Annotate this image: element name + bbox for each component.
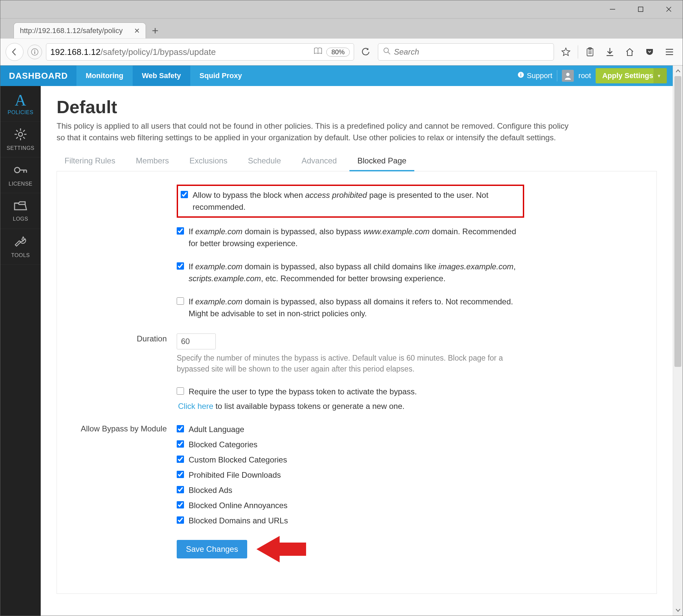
opt-allow-bypass-text: Allow to bypass the block when access pr… (193, 189, 517, 213)
info-icon: i (517, 71, 524, 80)
nav-web-safety[interactable]: Web Safety (133, 66, 190, 86)
new-tab-button[interactable]: + (147, 22, 163, 38)
svg-point-21 (566, 73, 570, 76)
tab-exclusions[interactable]: Exclusions (182, 152, 235, 171)
checkbox-bypass-children[interactable] (177, 262, 184, 270)
svg-line-28 (23, 137, 25, 139)
tab-schedule[interactable]: Schedule (240, 152, 289, 171)
module-label: Adult Language (189, 423, 524, 435)
header-divider (557, 70, 557, 81)
wrench-icon (14, 235, 27, 251)
tab-advanced[interactable]: Advanced (294, 152, 345, 171)
module-label: Blocked Ads (189, 484, 524, 496)
username[interactable]: root (578, 71, 591, 80)
checkbox-bypass-referred[interactable] (177, 298, 184, 305)
settings-panel: Allow to bypass the block when access pr… (57, 171, 657, 594)
page-viewport: DASHBOARD Monitoring Web Safety Squid Pr… (0, 66, 683, 616)
window-minimize-button[interactable] (598, 0, 626, 18)
support-link[interactable]: i Support (517, 71, 552, 80)
checkbox-module-adult[interactable] (177, 425, 184, 433)
sidebar-label: TOOLS (11, 252, 30, 258)
nav-monitoring[interactable]: Monitoring (77, 66, 133, 86)
opt-bypass-children-text: If example.com domain is bypassed, also … (189, 261, 524, 285)
checkbox-module-domains[interactable] (177, 516, 184, 524)
browser-back-button[interactable] (6, 43, 23, 61)
vertical-sidebar: A POLICIES SETTINGS LICENSE (0, 86, 41, 616)
svg-point-31 (15, 168, 20, 173)
downloads-button[interactable] (602, 44, 618, 60)
sidebar-item-logs[interactable]: LOGS (0, 193, 41, 229)
sidebar-item-settings[interactable]: SETTINGS (0, 122, 41, 157)
apply-settings-button[interactable]: Apply Settings ▾ (596, 68, 667, 83)
bookmark-star-button[interactable] (558, 44, 574, 60)
url-field[interactable]: 192.168.1.12/safety/policy/1/bypass/upda… (46, 43, 354, 61)
folder-icon (13, 200, 28, 215)
browser-tab-title: http://192.168.1.12/safety/policy (20, 26, 133, 35)
label-bypass-module: Allow Bypass by Module (75, 423, 177, 433)
menu-button[interactable] (661, 44, 677, 60)
policies-icon: A (15, 92, 26, 108)
scroll-down-icon[interactable] (673, 605, 683, 616)
svg-point-5 (35, 50, 36, 51)
search-input[interactable] (394, 47, 549, 57)
svg-rect-1 (638, 7, 643, 12)
toolbar-divider (578, 45, 578, 59)
attention-arrow-icon (256, 536, 306, 563)
browser-reload-button[interactable] (358, 44, 374, 60)
checkbox-module-ads[interactable] (177, 486, 184, 493)
sidebar-item-policies[interactable]: A POLICIES (0, 86, 41, 122)
window-close-button[interactable] (655, 0, 683, 18)
reader-mode-icon[interactable] (314, 47, 322, 57)
checkbox-module-annoyances[interactable] (177, 501, 184, 508)
sidebar-item-license[interactable]: LICENSE (0, 157, 41, 193)
opt-bypass-www-text: If example.com domain is bypassed, also … (189, 226, 524, 249)
svg-line-27 (16, 130, 18, 132)
duration-input[interactable] (177, 333, 216, 349)
browser-tab[interactable]: http://192.168.1.12/safety/policy × (14, 22, 146, 38)
page-title: Default (57, 96, 657, 117)
policy-tabs: Filtering Rules Members Exclusions Sched… (57, 152, 657, 171)
checkbox-module-blocked-cats[interactable] (177, 440, 184, 447)
nav-squid-proxy[interactable]: Squid Proxy (190, 66, 251, 86)
checkbox-module-custom-cats[interactable] (177, 456, 184, 463)
svg-point-8 (384, 48, 388, 52)
checkbox-allow-bypass[interactable] (181, 191, 188, 198)
window-maximize-button[interactable] (626, 0, 655, 18)
highlight-box: Allow to bypass the block when access pr… (177, 184, 524, 218)
module-label: Prohibited File Downloads (189, 469, 524, 481)
tokens-rest: to list available bypass tokens or gener… (213, 402, 405, 411)
site-info-button[interactable] (27, 45, 42, 59)
page-scrollbar[interactable] (673, 66, 683, 616)
module-label: Blocked Domains and URLs (189, 515, 524, 527)
tab-filtering-rules[interactable]: Filtering Rules (57, 152, 123, 171)
zoom-indicator[interactable]: 80% (326, 48, 349, 57)
tab-members[interactable]: Members (128, 152, 177, 171)
tab-strip: http://192.168.1.12/safety/policy × + (0, 19, 683, 38)
sidebar-label: LICENSE (8, 181, 33, 187)
checkbox-module-file-downloads[interactable] (177, 471, 184, 478)
tab-close-button[interactable]: × (133, 25, 141, 36)
save-changes-button[interactable]: Save Changes (177, 540, 247, 558)
key-icon (13, 163, 28, 180)
sidebar-item-tools[interactable]: TOOLS (0, 229, 41, 265)
checkbox-require-token[interactable] (177, 388, 184, 395)
checkbox-bypass-www[interactable] (177, 227, 184, 235)
brand-logo[interactable]: DASHBOARD (0, 66, 77, 86)
sidebar-label: SETTINGS (7, 145, 35, 151)
scroll-track[interactable] (673, 76, 683, 605)
tab-blocked-page[interactable]: Blocked Page (349, 152, 414, 171)
content-area: Default This policy is applied to all us… (41, 86, 673, 616)
caret-down-icon: ▾ (658, 73, 660, 79)
library-clipboard-button[interactable] (582, 44, 598, 60)
search-field[interactable] (378, 43, 554, 61)
module-label: Custom Blocked Categories (189, 454, 524, 466)
tokens-link[interactable]: Click here (178, 402, 213, 411)
home-button[interactable] (622, 44, 638, 60)
scroll-up-icon[interactable] (673, 66, 683, 76)
opt-require-token-text: Require the user to type the bypass toke… (189, 386, 524, 398)
scroll-thumb[interactable] (675, 76, 681, 367)
sidebar-label: POLICIES (7, 110, 34, 115)
user-avatar-icon[interactable] (562, 70, 574, 82)
app-header: DASHBOARD Monitoring Web Safety Squid Pr… (0, 66, 673, 86)
pocket-button[interactable] (642, 44, 658, 60)
